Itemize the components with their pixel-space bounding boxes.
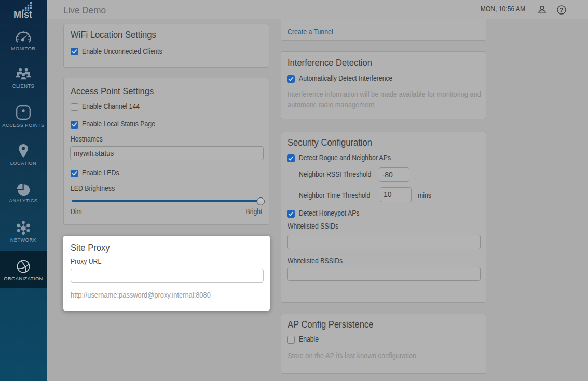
svg-text:?: ? (559, 7, 563, 13)
